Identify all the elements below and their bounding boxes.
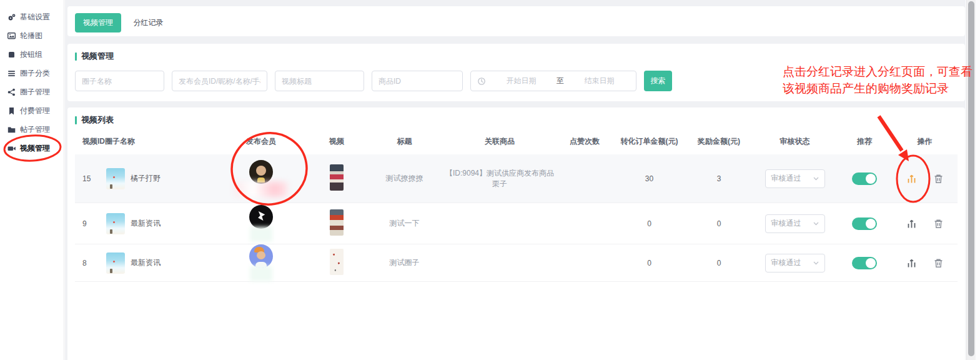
start-date-placeholder[interactable]: 开始日期 (491, 76, 552, 86)
sidebar-item-carousel[interactable]: 轮播图 (0, 26, 64, 45)
recommend-toggle[interactable] (852, 218, 877, 230)
clock-icon (477, 77, 486, 86)
search-section-title-text: 视频管理 (81, 51, 114, 62)
sidebar-item-button-group[interactable]: 按钮组 (0, 45, 64, 64)
reward-amount: 0 (685, 259, 753, 268)
chevron-down-icon (813, 222, 819, 226)
sidebar-item-label: 帖子管理 (20, 124, 50, 135)
video-thumbnail-image[interactable] (330, 249, 344, 275)
delete-trash-icon[interactable] (934, 219, 943, 229)
sidebar-item-label: 基础设置 (20, 12, 50, 22)
tab-dividend-records[interactable]: 分红记录 (129, 13, 167, 32)
search-button[interactable]: 搜索 (644, 71, 672, 91)
col-likes: 点赞次数 (556, 136, 613, 147)
video-list-card: 视频列表 视频ID 圈子名称 发布会员 视频 标题 关联商品 点赞次数 转化订单… (67, 108, 965, 360)
member-name-blurred (235, 182, 287, 197)
tab-video-manage[interactable]: 视频管理 (75, 13, 121, 32)
dividend-chart-icon[interactable] (906, 258, 917, 268)
button-group-icon (7, 51, 16, 59)
member-name-faint (250, 227, 272, 242)
video-cell (308, 249, 365, 277)
annotation-note-text: 点击分红记录进入分红页面，可查看该视频商品产生的购物奖励记录 (783, 63, 978, 97)
status-cell: 审核通过 (753, 169, 837, 188)
folder-icon (7, 126, 16, 134)
related-product (443, 219, 556, 228)
recommend-cell (837, 172, 892, 185)
member-id-input[interactable] (172, 71, 267, 91)
col-circle: 圈子名称 (105, 136, 214, 147)
end-date-placeholder[interactable]: 结束日期 (569, 76, 630, 86)
sidebar-item-video-manage[interactable]: 视频管理 (0, 139, 64, 158)
chevron-down-icon (813, 261, 819, 265)
sidebar-item-label: 圈子管理 (20, 87, 50, 98)
reward-amount: 3 (685, 174, 753, 183)
video-cell (308, 209, 365, 238)
col-video: 视频 (308, 136, 365, 147)
sidebar: 基础设置 轮播图 按钮组 圈子分类 圈子管理 付费管理 帖子管理 视频管理 (0, 0, 64, 360)
sidebar-item-circle-category[interactable]: 圈子分类 (0, 64, 64, 82)
table-row: 15 橘子打野 测试撩撩撩 【ID:9094】测试供应商发布商品栗子 30 3 … (75, 154, 958, 203)
audit-status-select[interactable]: 审核通过 (765, 254, 825, 272)
video-thumbnail-image[interactable] (330, 209, 344, 236)
col-member: 发布会员 (214, 136, 308, 147)
member-avatar (249, 244, 273, 268)
circle-thumbnail-image (106, 213, 125, 234)
sidebar-item-basic-settings[interactable]: 基础设置 (0, 8, 64, 26)
col-video-id: 视频ID (75, 136, 105, 147)
circle-thumbnail-image (106, 168, 125, 189)
circle-name-input[interactable] (75, 71, 164, 91)
member-name-faint (250, 266, 272, 281)
member-avatar (249, 205, 273, 229)
circle-thumbnail-image (106, 252, 125, 274)
status-cell: 审核通过 (753, 214, 837, 233)
video-camera-icon (7, 144, 16, 152)
col-actions: 操作 (892, 136, 958, 147)
share-nodes-icon (7, 88, 16, 96)
search-section-title: 视频管理 (75, 51, 958, 62)
sidebar-item-circle-manage[interactable]: 圈子管理 (0, 82, 64, 101)
col-conversion: 转化订单金额(元) (613, 136, 685, 147)
dividend-chart-icon[interactable] (906, 173, 917, 184)
category-list-icon (7, 69, 16, 78)
product-id-input[interactable] (372, 71, 463, 91)
video-id: 9 (75, 219, 105, 228)
audit-status-select[interactable]: 审核通过 (765, 169, 825, 188)
related-product (443, 259, 556, 268)
sidebar-item-label: 圈子分类 (20, 68, 50, 79)
reward-amount: 0 (685, 219, 753, 228)
chevron-down-icon (813, 177, 819, 181)
delete-trash-icon[interactable] (934, 174, 943, 184)
main-content: 视频管理 分红记录 视频管理 开始日期 至 结束日期 搜索 视频列表 (65, 0, 966, 360)
video-title: 测试圈子 (365, 258, 443, 268)
recommend-toggle[interactable] (852, 257, 877, 269)
recommend-toggle[interactable] (852, 172, 877, 185)
col-status: 审核状态 (753, 136, 837, 147)
video-thumbnail-image[interactable] (330, 164, 344, 191)
video-cell (308, 164, 365, 192)
actions-cell (892, 173, 958, 184)
green-bar (75, 52, 77, 61)
video-id: 8 (75, 259, 105, 268)
date-range-picker[interactable]: 开始日期 至 结束日期 (470, 71, 636, 91)
actions-cell (892, 218, 958, 229)
circle-cell: 橘子打野 (105, 168, 214, 189)
bookmark-icon (7, 107, 16, 115)
sidebar-item-post-manage[interactable]: 帖子管理 (0, 120, 64, 139)
dividend-chart-icon[interactable] (906, 218, 917, 229)
col-title: 标题 (365, 136, 443, 147)
video-title-input[interactable] (275, 71, 364, 91)
member-cell (214, 160, 308, 197)
delete-trash-icon[interactable] (934, 258, 943, 268)
circle-name: 最新资讯 (131, 218, 161, 229)
sidebar-item-pay-manage[interactable]: 付费管理 (0, 101, 64, 120)
conversion-amount: 0 (613, 259, 685, 268)
scrollbar-thumb[interactable] (968, 1, 974, 356)
date-to-label: 至 (557, 76, 564, 86)
related-product: 【ID:9094】测试供应商发布商品栗子 (443, 168, 556, 189)
list-section-title: 视频列表 (75, 114, 958, 126)
conversion-amount: 0 (613, 219, 685, 228)
audit-status-select[interactable]: 审核通过 (765, 214, 825, 233)
sidebar-item-label: 轮播图 (20, 31, 42, 41)
window-edge (976, 0, 980, 360)
status-cell: 审核通过 (753, 254, 837, 272)
